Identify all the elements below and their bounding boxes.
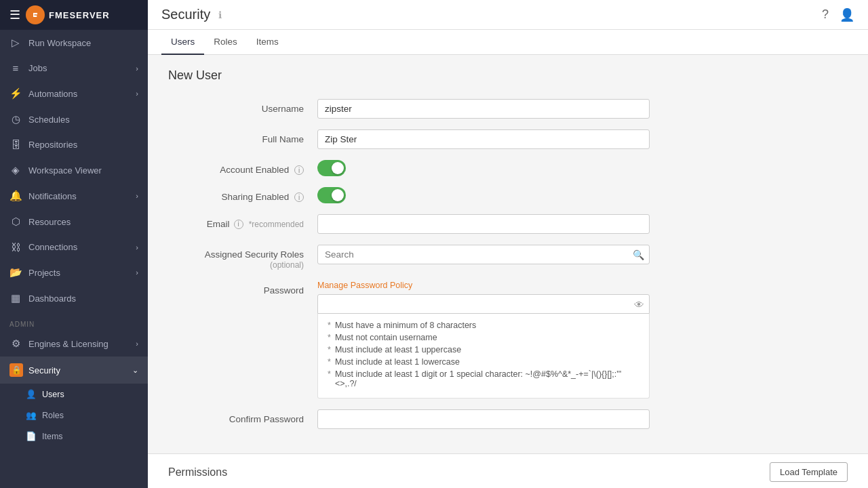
automations-arrow: › bbox=[136, 89, 138, 98]
connections-arrow: › bbox=[136, 243, 138, 251]
content-area: Users Roles Items New User Username Full… bbox=[148, 30, 868, 488]
page-info-icon[interactable]: ℹ bbox=[218, 9, 222, 20]
policy-item-3: Must include at least 1 lowercase bbox=[328, 357, 639, 367]
load-template-button[interactable]: Load Template bbox=[770, 462, 848, 482]
form-title: New User bbox=[168, 68, 848, 83]
username-row: Username bbox=[168, 99, 848, 119]
confirm-password-input[interactable] bbox=[317, 409, 650, 429]
sidebar-item-label: Engines & Licensing bbox=[28, 339, 108, 349]
policy-item-2: Must include at least 1 uppercase bbox=[328, 345, 639, 354]
password-input[interactable] bbox=[317, 294, 650, 314]
sidebar-item-schedules[interactable]: ◷ Schedules bbox=[0, 106, 148, 132]
sidebar-item-label: Connections bbox=[28, 242, 77, 252]
sidebar-item-jobs[interactable]: ≡ Jobs › bbox=[0, 56, 148, 81]
jobs-icon: ≡ bbox=[9, 62, 22, 74]
connections-icon: ⛓ bbox=[9, 241, 22, 253]
topbar-actions: ? 👤 bbox=[822, 7, 854, 22]
email-info-icon[interactable]: i bbox=[234, 220, 243, 229]
fullname-row: Full Name bbox=[168, 129, 848, 149]
workspace-viewer-icon: ◈ bbox=[9, 164, 22, 176]
username-control bbox=[317, 99, 650, 119]
search-roles-input[interactable] bbox=[317, 245, 650, 264]
sidebar-item-repositories[interactable]: 🗄 Repositories bbox=[0, 132, 148, 157]
sidebar-item-label: Run Workspace bbox=[28, 38, 91, 48]
sidebar-header: ☰ FMESERVER bbox=[0, 0, 148, 30]
tab-users[interactable]: Users bbox=[161, 30, 204, 55]
password-control: Manage Password Policy 👁 Must have a min… bbox=[317, 281, 650, 399]
user-account-icon[interactable]: 👤 bbox=[840, 7, 854, 22]
fullname-label: Full Name bbox=[168, 129, 317, 144]
sidebar-item-label: Projects bbox=[28, 268, 60, 278]
tabs-bar: Users Roles Items bbox=[148, 30, 868, 55]
sharing-enabled-label: Sharing Enabled i bbox=[168, 187, 317, 202]
security-roles-label: Assigned Security Roles (optional) bbox=[168, 245, 317, 270]
engines-icon: ⚙ bbox=[9, 338, 22, 350]
tab-roles[interactable]: Roles bbox=[204, 30, 247, 55]
confirm-password-control bbox=[317, 409, 650, 429]
fullname-input[interactable] bbox=[317, 129, 650, 149]
security-icon: 🔒 bbox=[9, 363, 22, 377]
toggle-knob bbox=[332, 189, 344, 201]
run-workspace-icon: ▷ bbox=[9, 37, 22, 49]
sidebar-item-connections[interactable]: ⛓ Connections › bbox=[0, 235, 148, 260]
dashboards-icon: ▦ bbox=[9, 292, 22, 304]
sidebar-item-notifications[interactable]: 🔔 Notifications › bbox=[0, 183, 148, 209]
tab-items[interactable]: Items bbox=[247, 30, 288, 55]
sidebar-item-run-workspace[interactable]: ▷ Run Workspace bbox=[0, 30, 148, 56]
sidebar-sub-label: Roles bbox=[42, 411, 64, 420]
password-row: Password Manage Password Policy 👁 Must h… bbox=[168, 281, 848, 399]
logo-area: FMESERVER bbox=[26, 5, 110, 24]
projects-icon: 📂 bbox=[9, 266, 22, 279]
sidebar-item-label: Security bbox=[28, 365, 60, 375]
notifications-arrow: › bbox=[136, 192, 138, 200]
sidebar-item-label: Notifications bbox=[28, 191, 77, 201]
sharing-enabled-row: Sharing Enabled i bbox=[168, 187, 848, 203]
password-wrap: 👁 bbox=[317, 294, 650, 314]
sidebar-item-security[interactable]: 🔒 Security ⌄ bbox=[0, 357, 148, 384]
email-input[interactable] bbox=[317, 214, 650, 234]
engines-arrow: › bbox=[136, 340, 138, 348]
sidebar-item-automations[interactable]: ⚡ Automations › bbox=[0, 81, 148, 106]
account-enabled-label: Account Enabled i bbox=[168, 160, 317, 175]
sidebar-item-engines-licensing[interactable]: ⚙ Engines & Licensing › bbox=[0, 331, 148, 357]
sidebar-item-label: Workspace Viewer bbox=[28, 165, 102, 176]
sidebar-item-label: Dashboards bbox=[28, 293, 76, 304]
username-input[interactable] bbox=[317, 99, 650, 119]
email-control bbox=[317, 214, 650, 234]
account-enabled-info-icon[interactable]: i bbox=[294, 165, 304, 175]
sharing-enabled-info-icon[interactable]: i bbox=[294, 192, 304, 202]
jobs-arrow: › bbox=[136, 64, 138, 73]
account-enabled-toggle[interactable] bbox=[317, 160, 346, 176]
policy-item-4: Must include at least 1 digit or 1 speci… bbox=[328, 369, 639, 388]
notifications-icon: 🔔 bbox=[9, 190, 22, 202]
svg-point-0 bbox=[31, 10, 41, 20]
repositories-icon: 🗄 bbox=[9, 139, 22, 150]
sidebar-item-resources[interactable]: ⬡ Resources bbox=[0, 209, 148, 235]
sidebar-item-projects[interactable]: 📂 Projects › bbox=[0, 260, 148, 285]
roles-sub-icon: 👥 bbox=[26, 410, 37, 420]
logo-icon bbox=[26, 5, 45, 24]
help-icon[interactable]: ? bbox=[822, 7, 829, 22]
confirm-password-label: Confirm Password bbox=[168, 409, 317, 424]
email-row: Email i *recommended bbox=[168, 214, 848, 234]
sharing-enabled-control bbox=[317, 187, 650, 203]
sidebar: ☰ FMESERVER ▷ Run Workspace ≡ Jobs › ⚡ A… bbox=[0, 0, 148, 488]
sidebar-item-dashboards[interactable]: ▦ Dashboards bbox=[0, 285, 148, 311]
confirm-password-row: Confirm Password bbox=[168, 409, 848, 429]
projects-arrow: › bbox=[136, 268, 138, 277]
sidebar-sub-item-users[interactable]: 👤 Users bbox=[0, 384, 148, 405]
toggle-knob bbox=[332, 162, 344, 174]
hamburger-icon[interactable]: ☰ bbox=[9, 7, 20, 22]
password-label: Password bbox=[168, 281, 317, 296]
sidebar-sub-item-items[interactable]: 📄 Items bbox=[0, 426, 148, 447]
show-password-icon[interactable]: 👁 bbox=[634, 298, 644, 310]
sidebar-item-label: Resources bbox=[28, 217, 71, 227]
account-enabled-row: Account Enabled i bbox=[168, 160, 848, 176]
sharing-enabled-toggle[interactable] bbox=[317, 187, 346, 203]
sidebar-sub-label: Items bbox=[42, 432, 63, 441]
fullname-control bbox=[317, 129, 650, 149]
sidebar-item-workspace-viewer[interactable]: ◈ Workspace Viewer bbox=[0, 157, 148, 183]
policy-item-0: Must have a minimum of 8 characters bbox=[328, 321, 639, 330]
manage-policy-link[interactable]: Manage Password Policy bbox=[317, 281, 650, 290]
sidebar-sub-item-roles[interactable]: 👥 Roles bbox=[0, 405, 148, 426]
